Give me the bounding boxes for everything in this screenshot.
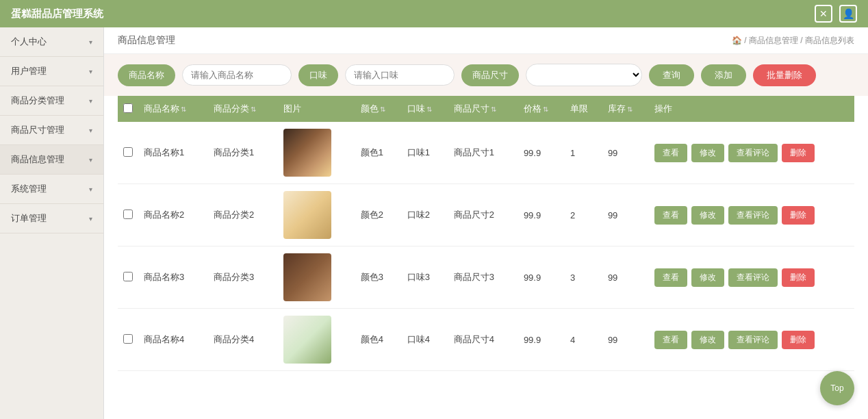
- table-row: 商品名称2 商品分类2 颜色2 口味2 商品尺寸2 99.9 2 99 查看 修…: [118, 184, 854, 246]
- cell-color-2: 颜色3: [355, 246, 402, 309]
- col-stock: 库存⇅: [602, 96, 649, 122]
- edit-button-1[interactable]: 修改: [691, 206, 724, 225]
- cell-img-1: [278, 184, 355, 246]
- review-button-0[interactable]: 查看评论: [728, 144, 778, 162]
- chevron-down-icon: ▾: [89, 127, 92, 134]
- name-filter-label: 商品名称: [118, 64, 175, 86]
- name-filter-input[interactable]: [182, 64, 292, 86]
- cell-price-2: 99.9: [518, 246, 565, 309]
- delete-button-1[interactable]: 删除: [782, 206, 815, 225]
- chevron-down-icon: ▾: [89, 215, 92, 223]
- header-icons: ✕ 👤: [815, 5, 857, 23]
- row-checkbox-1[interactable]: [123, 210, 133, 219]
- cell-size-1: 商品尺寸2: [448, 184, 518, 246]
- size-filter-select[interactable]: 商品尺寸1 商品尺寸2 商品尺寸3 商品尺寸4: [526, 64, 642, 86]
- add-button[interactable]: 添加: [701, 64, 746, 86]
- breadcrumb: 🏠 / 商品信息管理 / 商品信息列表: [732, 35, 854, 47]
- cell-img-0: [278, 122, 355, 184]
- cell-category-1: 商品分类2: [208, 184, 278, 246]
- cell-color-3: 颜色4: [355, 309, 402, 371]
- query-button[interactable]: 查询: [649, 64, 694, 86]
- edit-button-3[interactable]: 修改: [691, 331, 724, 349]
- delete-button-3[interactable]: 删除: [782, 331, 815, 349]
- col-action: 操作: [649, 96, 854, 122]
- cell-flavor-1: 口味2: [402, 184, 448, 246]
- sidebar-item-category[interactable]: 商品分类管理 ▾: [0, 86, 103, 116]
- cell-stock-2: 99: [602, 246, 649, 309]
- cell-limit-1: 2: [565, 184, 602, 246]
- cell-price-0: 99.9: [518, 122, 565, 184]
- app-header: 蛋糕甜品店管理系统 ✕ 👤: [0, 0, 868, 27]
- app-title: 蛋糕甜品店管理系统: [11, 8, 103, 21]
- sidebar-item-users[interactable]: 用户管理 ▾: [0, 57, 103, 86]
- cell-category-0: 商品分类1: [208, 122, 278, 184]
- user-icon[interactable]: 👤: [839, 5, 857, 23]
- cell-price-1: 99.9: [518, 184, 565, 246]
- cell-flavor-2: 口味3: [402, 246, 448, 309]
- cell-price-3: 99.9: [518, 309, 565, 371]
- table-row: 商品名称1 商品分类1 颜色1 口味1 商品尺寸1 99.9 1 99 查看 修…: [118, 122, 854, 184]
- cell-stock-3: 99: [602, 309, 649, 371]
- delete-button-2[interactable]: 删除: [782, 268, 815, 287]
- sidebar-item-product-info[interactable]: 商品信息管理 ▾: [0, 145, 103, 175]
- review-button-2[interactable]: 查看评论: [728, 268, 778, 287]
- chevron-down-icon: ▾: [89, 156, 92, 164]
- row-checkbox-0[interactable]: [123, 147, 133, 157]
- view-button-0[interactable]: 查看: [654, 144, 687, 162]
- col-name: 商品名称⇅: [138, 96, 208, 122]
- cell-actions-0: 查看 修改 查看评论 删除: [649, 122, 854, 184]
- chevron-down-icon: ▾: [89, 68, 92, 75]
- cell-size-0: 商品尺寸1: [448, 122, 518, 184]
- cell-size-2: 商品尺寸3: [448, 246, 518, 309]
- table-row: 商品名称3 商品分类3 颜色3 口味3 商品尺寸3 99.9 3 99 查看 修…: [118, 246, 854, 309]
- select-all-checkbox[interactable]: [123, 103, 133, 113]
- cell-limit-2: 3: [565, 246, 602, 309]
- flavor-filter-input[interactable]: [345, 64, 455, 86]
- col-color: 颜色⇅: [355, 96, 402, 122]
- cell-actions-3: 查看 修改 查看评论 删除: [649, 309, 854, 371]
- main-content: 商品信息管理 🏠 / 商品信息管理 / 商品信息列表 商品名称 口味 商品尺寸 …: [104, 27, 868, 419]
- cell-limit-0: 1: [565, 122, 602, 184]
- cell-name-0: 商品名称1: [138, 122, 208, 184]
- cell-size-3: 商品尺寸4: [448, 309, 518, 371]
- review-button-1[interactable]: 查看评论: [728, 206, 778, 225]
- flavor-filter-label: 口味: [298, 64, 338, 86]
- row-checkbox-3[interactable]: [123, 334, 133, 344]
- product-table-container: 商品名称⇅ 商品分类⇅ 图片 颜色⇅ 口味⇅ 商品尺寸⇅ 价格⇅ 单限 库存⇅ …: [104, 96, 868, 385]
- back-to-top-button[interactable]: Top: [820, 371, 854, 405]
- sidebar: 个人中心 ▾ 用户管理 ▾ 商品分类管理 ▾ 商品尺寸管理 ▾ 商品信息管理 ▾…: [0, 27, 104, 419]
- col-size: 商品尺寸⇅: [448, 96, 518, 122]
- col-price: 价格⇅: [518, 96, 565, 122]
- filter-bar: 商品名称 口味 商品尺寸 商品尺寸1 商品尺寸2 商品尺寸3 商品尺寸4 查询 …: [104, 54, 868, 96]
- view-button-3[interactable]: 查看: [654, 331, 687, 349]
- cell-stock-0: 99: [602, 122, 649, 184]
- col-img: 图片: [278, 96, 355, 122]
- col-category: 商品分类⇅: [208, 96, 278, 122]
- delete-button-0[interactable]: 删除: [782, 144, 815, 162]
- sidebar-item-size[interactable]: 商品尺寸管理 ▾: [0, 116, 103, 145]
- view-button-1[interactable]: 查看: [654, 206, 687, 225]
- table-row: 商品名称4 商品分类4 颜色4 口味4 商品尺寸4 99.9 4 99 查看 修…: [118, 309, 854, 371]
- cell-category-2: 商品分类3: [208, 246, 278, 309]
- chevron-down-icon: ▾: [89, 186, 92, 193]
- page-title: 商品信息管理: [118, 34, 175, 47]
- view-button-2[interactable]: 查看: [654, 268, 687, 287]
- chevron-down-icon: ▾: [89, 38, 92, 46]
- sidebar-item-system[interactable]: 系统管理 ▾: [0, 175, 103, 204]
- cell-flavor-0: 口味1: [402, 122, 448, 184]
- batch-delete-button[interactable]: 批量删除: [753, 64, 816, 86]
- product-table: 商品名称⇅ 商品分类⇅ 图片 颜色⇅ 口味⇅ 商品尺寸⇅ 价格⇅ 单限 库存⇅ …: [118, 96, 854, 371]
- row-checkbox-2[interactable]: [123, 272, 133, 281]
- size-filter-label: 商品尺寸: [461, 64, 519, 86]
- sidebar-item-orders[interactable]: 订单管理 ▾: [0, 204, 103, 233]
- edit-button-2[interactable]: 修改: [691, 268, 724, 287]
- edit-button-0[interactable]: 修改: [691, 144, 724, 162]
- cell-img-2: [278, 246, 355, 309]
- col-flavor: 口味⇅: [402, 96, 448, 122]
- cell-color-0: 颜色1: [355, 122, 402, 184]
- close-icon[interactable]: ✕: [815, 5, 832, 23]
- sidebar-item-personal[interactable]: 个人中心 ▾: [0, 27, 103, 57]
- cell-name-2: 商品名称3: [138, 246, 208, 309]
- col-limit: 单限: [565, 96, 602, 122]
- review-button-3[interactable]: 查看评论: [728, 331, 778, 349]
